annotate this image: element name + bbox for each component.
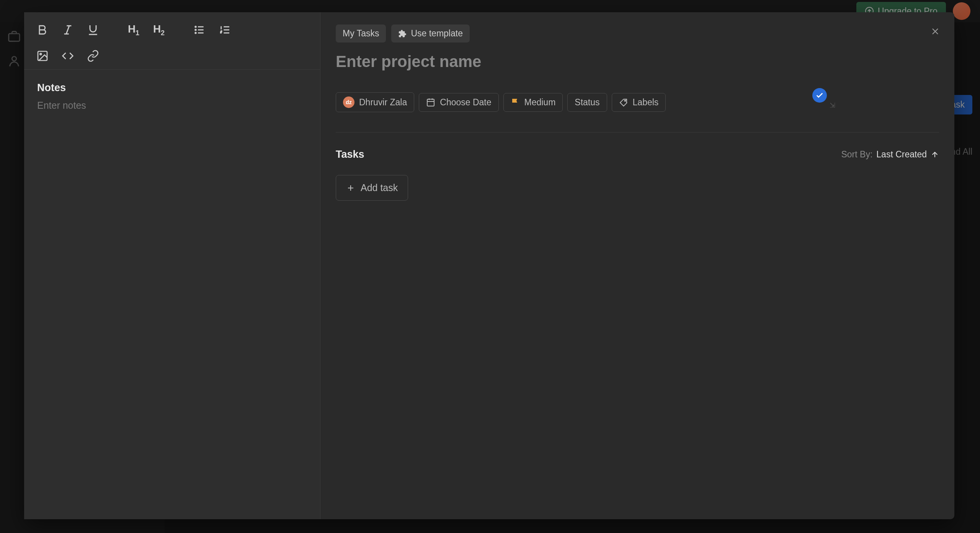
use-template-button[interactable]: Use template — [391, 25, 470, 43]
code-icon — [62, 50, 74, 62]
notes-input[interactable]: Enter notes — [37, 100, 307, 111]
sort-by-label: Sort By: — [841, 149, 872, 160]
ordered-list-button[interactable] — [214, 19, 235, 41]
sort-by-value: Last Created — [876, 149, 927, 160]
h1-icon: H1 — [128, 23, 139, 37]
svg-rect-17 — [427, 99, 434, 106]
project-name-input[interactable] — [336, 52, 939, 71]
labels-label: Labels — [633, 97, 659, 108]
heading2-button[interactable]: H2 — [148, 19, 170, 41]
add-task-button[interactable]: Add task — [336, 175, 408, 201]
svg-point-9 — [195, 26, 196, 28]
image-icon — [36, 50, 49, 62]
image-button[interactable] — [32, 45, 53, 67]
link-button[interactable] — [82, 45, 104, 67]
date-chip[interactable]: Choose Date — [419, 93, 498, 112]
code-button[interactable] — [57, 45, 78, 67]
svg-point-11 — [195, 33, 196, 34]
underline-button[interactable] — [82, 19, 104, 41]
italic-button[interactable] — [57, 19, 78, 41]
editor-toolbar: H1 H2 — [24, 12, 320, 70]
puzzle-icon — [398, 29, 407, 38]
complete-toggle[interactable] — [812, 88, 827, 103]
link-icon — [87, 50, 99, 62]
svg-point-21 — [624, 100, 626, 101]
svg-line-5 — [66, 26, 69, 34]
notes-section: Notes Enter notes — [24, 70, 320, 123]
modal-editor-sidebar: H1 H2 — [24, 12, 320, 519]
add-task-label: Add task — [361, 182, 398, 193]
breadcrumb-my-tasks[interactable]: My Tasks — [336, 25, 386, 43]
bold-icon — [36, 24, 49, 36]
ordered-list-icon — [219, 24, 231, 36]
notes-title: Notes — [37, 82, 307, 94]
plus-icon — [346, 183, 355, 193]
bullet-list-icon — [193, 24, 206, 36]
heading1-button[interactable]: H1 — [123, 19, 144, 41]
arrow-up-icon — [931, 150, 939, 159]
avatar-small: dz — [343, 96, 354, 108]
use-template-label: Use template — [411, 28, 463, 39]
tasks-title: Tasks — [336, 149, 364, 160]
check-icon — [815, 91, 824, 100]
labels-chip[interactable]: Labels — [612, 93, 666, 112]
bold-button[interactable] — [32, 19, 53, 41]
breadcrumb-label: My Tasks — [343, 28, 379, 39]
italic-icon — [62, 24, 74, 36]
tasks-section: Tasks Sort By: Last Created Add task — [336, 132, 939, 201]
calendar-icon — [426, 98, 435, 107]
underline-icon — [87, 24, 99, 36]
status-label: Status — [575, 97, 599, 108]
svg-point-10 — [195, 29, 196, 31]
flag-icon — [511, 98, 520, 107]
modal-main: My Tasks Use template ⇲ dz — [320, 12, 954, 519]
assignee-chip[interactable]: dz Dhruvir Zala — [336, 92, 414, 112]
priority-label: Medium — [524, 97, 556, 108]
project-modal: H1 H2 — [24, 12, 954, 519]
tag-icon — [619, 98, 628, 107]
status-chip[interactable]: Status — [567, 93, 607, 112]
priority-chip[interactable]: Medium — [503, 93, 563, 112]
h2-icon: H2 — [153, 23, 165, 37]
bullet-list-button[interactable] — [189, 19, 210, 41]
date-label: Choose Date — [440, 97, 491, 108]
modal-overlay: H1 H2 — [0, 0, 980, 533]
svg-point-16 — [40, 53, 41, 55]
resize-handle-icon[interactable]: ⇲ — [830, 101, 835, 110]
assignee-label: Dhruvir Zala — [359, 97, 407, 108]
sort-control[interactable]: Sort By: Last Created — [841, 149, 939, 160]
